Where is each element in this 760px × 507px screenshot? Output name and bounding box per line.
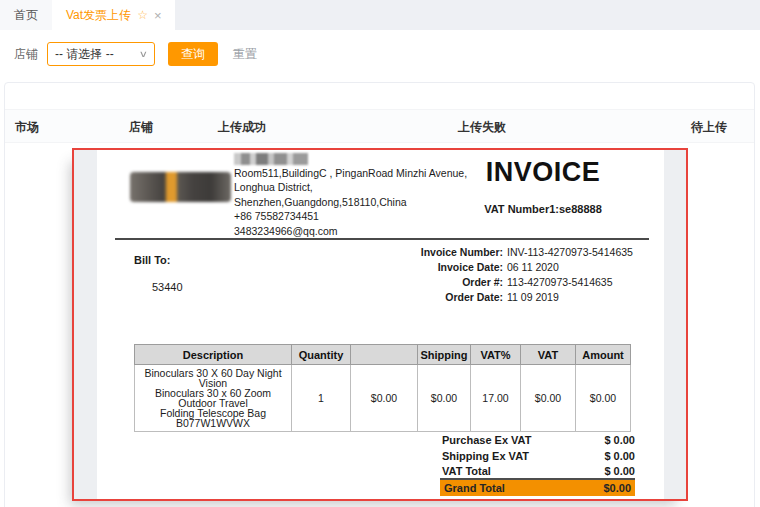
- invoice-date-label: Invoice Date:: [287, 260, 507, 275]
- items-header-shipping: Shipping: [418, 345, 471, 365]
- company-logo-blurred: [130, 172, 231, 202]
- tab-home[interactable]: 首页: [0, 0, 52, 30]
- order-date-label: Order Date:: [287, 290, 507, 305]
- tab-vat-invoice-upload[interactable]: Vat发票上传 ☆ ×: [52, 0, 175, 30]
- company-name-blurred: [234, 153, 308, 165]
- items-header-quantity: Quantity: [292, 345, 351, 365]
- invoice-meta: Invoice Number: INV-113-4270973-5414635 …: [287, 245, 637, 305]
- shipping-ex-vat-label: Shipping Ex VAT: [442, 449, 529, 465]
- order-number-value: 113-4270973-5414635: [507, 275, 613, 290]
- items-row: Binoculars 30 X 60 Day Night Vision Bino…: [135, 365, 631, 432]
- item-quantity: 1: [292, 365, 351, 432]
- invoice-date-row: Invoice Date: 06 11 2020: [287, 260, 637, 275]
- items-header-vat: VAT: [521, 345, 576, 365]
- items-header-vat-percent: VAT%: [471, 345, 521, 365]
- invoice-title-block: INVOICE VAT Number1:se88888: [457, 157, 629, 215]
- grand-total-row: Grand Total $0.00: [440, 478, 635, 496]
- bill-to-value: 53440: [152, 281, 183, 293]
- item-unit-price: $0.00: [351, 365, 418, 432]
- item-description: Binoculars 30 X 60 Day Night Vision Bino…: [135, 365, 292, 432]
- column-header-market: 市场: [15, 110, 39, 144]
- tab-bar: 首页 Vat发票上传 ☆ ×: [0, 0, 760, 30]
- shop-select-value: -- 请选择 --: [55, 46, 114, 63]
- invoice-totals: Purchase Ex VAT $ 0.00 Shipping Ex VAT $…: [442, 433, 635, 480]
- invoice-number-label: Invoice Number:: [287, 245, 507, 260]
- column-header-upload-success: 上传成功: [218, 110, 266, 144]
- purchase-ex-vat-label: Purchase Ex VAT: [442, 433, 531, 449]
- vat-number: VAT Number1:se88888: [457, 203, 629, 215]
- invoice-preview-image: Room511,BuildingC , PinganRoad Minzhi Av…: [72, 148, 688, 501]
- invoice-date-value: 06 11 2020: [507, 260, 559, 275]
- reset-button[interactable]: 重置: [233, 46, 257, 63]
- summary-table-header: 市场 店铺 上传成功 上传失败 待上传: [5, 109, 754, 143]
- order-date-value: 11 09 2019: [507, 290, 559, 305]
- items-header-amount: Amount: [576, 345, 631, 365]
- shipping-ex-vat-value: $ 0.00: [604, 449, 635, 465]
- chevron-down-icon: ∨: [139, 49, 148, 59]
- filter-toolbar: 店铺 -- 请选择 -- ∨ 查询 重置: [0, 41, 257, 67]
- item-vat-percent: 17.00: [471, 365, 521, 432]
- close-icon[interactable]: ×: [154, 9, 162, 22]
- tab-home-label: 首页: [14, 7, 38, 24]
- item-amount: $0.00: [576, 365, 631, 432]
- favorite-star-icon[interactable]: ☆: [137, 8, 148, 22]
- tab-active-label: Vat发票上传: [66, 7, 131, 24]
- purchase-ex-vat-value: $ 0.00: [604, 433, 635, 449]
- order-number-label: Order #:: [287, 275, 507, 290]
- invoice-number-value: INV-113-4270973-5414635: [507, 245, 633, 260]
- items-header-row: Description Quantity Shipping VAT% VAT A…: [135, 345, 631, 365]
- order-date-row: Order Date: 11 09 2019: [287, 290, 637, 305]
- shop-select[interactable]: -- 请选择 -- ∨: [47, 42, 155, 66]
- order-number-row: Order #: 113-4270973-5414635: [287, 275, 637, 290]
- purchase-ex-vat-row: Purchase Ex VAT $ 0.00: [442, 433, 635, 449]
- invoice-items-table: Description Quantity Shipping VAT% VAT A…: [134, 344, 631, 432]
- invoice-sheet: Room511,BuildingC , PinganRoad Minzhi Av…: [97, 150, 664, 499]
- items-header-description: Description: [135, 345, 292, 365]
- items-header-unit-price: [351, 345, 418, 365]
- grand-total-label: Grand Total: [444, 482, 505, 494]
- grand-total-value: $0.00: [603, 482, 631, 494]
- column-header-upload-failed: 上传失败: [458, 110, 506, 144]
- column-header-pending-upload: 待上传: [691, 110, 727, 144]
- item-vat: $0.00: [521, 365, 576, 432]
- column-header-shop: 店铺: [129, 110, 153, 144]
- item-shipping: $0.00: [418, 365, 471, 432]
- invoice-number-row: Invoice Number: INV-113-4270973-5414635: [287, 245, 637, 260]
- invoice-title: INVOICE: [457, 157, 629, 188]
- header-divider-line: [115, 238, 649, 240]
- shipping-ex-vat-row: Shipping Ex VAT $ 0.00: [442, 449, 635, 465]
- shop-filter-label: 店铺: [14, 46, 38, 63]
- search-button[interactable]: 查询: [168, 42, 218, 66]
- bill-to-label: Bill To:: [134, 254, 170, 266]
